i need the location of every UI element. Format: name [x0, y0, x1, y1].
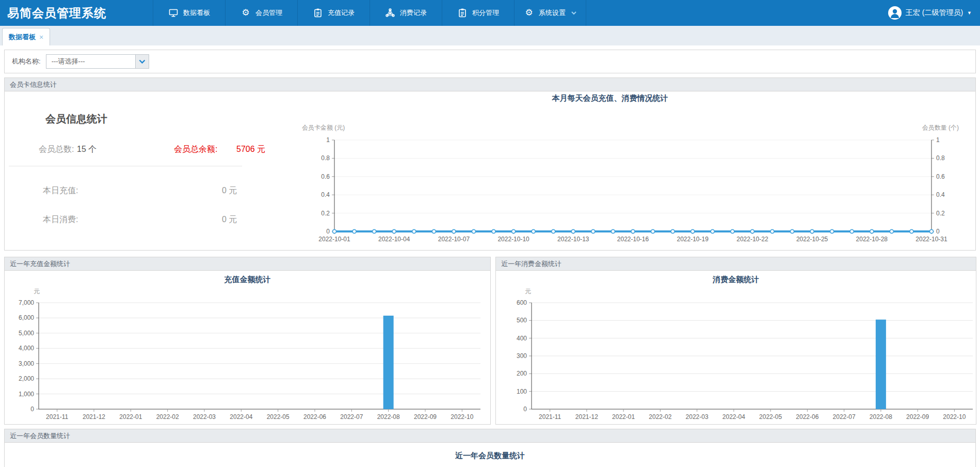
- menu-item-settings[interactable]: ⚙ 系统设置: [514, 0, 586, 26]
- top-navbar: 易简会员管理系统 数据看板 ⚙ 会员管理 充值记录 消费记录: [0, 0, 980, 26]
- panel-header: 近一年充值金额统计: [5, 257, 490, 271]
- user-name: 王宏 (二级管理员): [906, 8, 963, 18]
- menu-item-members[interactable]: ⚙ 会员管理: [225, 0, 297, 26]
- org-name-label: 机构名称:: [12, 57, 41, 66]
- svg-text:5,000: 5,000: [19, 330, 34, 337]
- svg-text:0.6: 0.6: [321, 173, 330, 180]
- svg-text:2022-08: 2022-08: [377, 413, 400, 421]
- svg-text:2022-03: 2022-03: [193, 413, 216, 421]
- recharge-bar-chart-canvas: 01,0002,0003,0004,0005,0006,0007,0002021…: [5, 271, 490, 424]
- member-stats-heading: 会员信息统计: [45, 112, 107, 126]
- svg-text:0.2: 0.2: [321, 210, 330, 217]
- svg-text:1,000: 1,000: [19, 391, 34, 398]
- svg-text:2022-06: 2022-06: [303, 413, 326, 421]
- gear-icon: ⚙: [240, 8, 251, 18]
- menu-item-consume-records[interactable]: 消费记录: [369, 0, 442, 26]
- svg-text:0.6: 0.6: [936, 173, 945, 180]
- svg-text:2022-10-25: 2022-10-25: [796, 236, 828, 243]
- menu-label: 数据看板: [183, 8, 210, 18]
- svg-text:2021-11: 2021-11: [46, 413, 68, 421]
- svg-text:0.8: 0.8: [936, 154, 945, 162]
- svg-text:2022-10-04: 2022-10-04: [378, 236, 410, 243]
- menu-label: 充值记录: [328, 8, 355, 18]
- svg-text:2022-10: 2022-10: [451, 413, 473, 421]
- svg-text:7,000: 7,000: [19, 299, 34, 306]
- yearly-consume-panel: 近一年消费金额统计 消费金额统计 元 010020030040050060020…: [495, 257, 976, 425]
- user-menu[interactable]: 王宏 (二级管理员) ▼: [888, 6, 980, 20]
- panel-header: 会员卡信息统计: [5, 78, 975, 91]
- svg-text:2022-10-10: 2022-10-10: [497, 236, 529, 243]
- panel-header: 近一年会员数量统计: [5, 429, 975, 443]
- panel-body: 近一年会员数量统计: [5, 443, 975, 467]
- svg-text:2022-10-28: 2022-10-28: [856, 236, 888, 243]
- svg-text:2022-04: 2022-04: [230, 413, 252, 421]
- svg-text:2022-05: 2022-05: [267, 413, 290, 421]
- menu-label: 消费记录: [400, 8, 427, 18]
- panel-body: 会员信息统计 会员总数: 15 个 会员总余额: 5706 元 本日充值: 0 …: [5, 91, 975, 251]
- tab-bar: 数据看板 ×: [0, 26, 980, 45]
- panel-header: 近一年消费金额统计: [496, 257, 976, 271]
- svg-text:0.8: 0.8: [321, 154, 330, 162]
- today-recharge-value: 0 元: [222, 185, 237, 196]
- svg-text:2022-02: 2022-02: [156, 413, 179, 421]
- svg-text:2022-09: 2022-09: [906, 413, 929, 421]
- menu-item-points[interactable]: 积分管理: [442, 0, 514, 26]
- tab-dashboard[interactable]: 数据看板 ×: [2, 28, 50, 45]
- org-select-value: ---请选择---: [52, 57, 85, 66]
- svg-text:2022-10: 2022-10: [943, 413, 966, 421]
- svg-text:0: 0: [30, 406, 34, 413]
- svg-text:0.4: 0.4: [936, 191, 945, 198]
- svg-text:1: 1: [326, 136, 330, 144]
- svg-text:2,000: 2,000: [19, 375, 34, 382]
- svg-text:2022-10-19: 2022-10-19: [677, 236, 709, 243]
- yearly-member-count-panel: 近一年会员数量统计 近一年会员数量统计: [4, 429, 976, 467]
- app-title: 易简会员管理系统: [0, 5, 117, 21]
- svg-text:0.2: 0.2: [936, 210, 945, 217]
- svg-text:2021-11: 2021-11: [539, 413, 561, 421]
- panel-body: 充值金额统计 元 01,0002,0003,0004,0005,0006,000…: [5, 271, 490, 424]
- share-network-icon: [385, 8, 395, 18]
- svg-text:400: 400: [517, 335, 527, 342]
- close-icon[interactable]: ×: [39, 33, 43, 41]
- svg-text:0: 0: [523, 406, 527, 413]
- line-chart-canvas: 000.20.20.40.40.60.60.80.8112022-10-0120…: [248, 94, 972, 248]
- svg-text:6,000: 6,000: [19, 314, 34, 321]
- avatar: [888, 6, 902, 20]
- svg-text:200: 200: [517, 370, 527, 377]
- svg-text:0: 0: [936, 228, 940, 235]
- svg-text:2022-09: 2022-09: [414, 413, 437, 421]
- svg-text:2022-06: 2022-06: [796, 413, 818, 421]
- daily-recharge-consume-chart: 本月每天会员充值、消费情况统计 会员卡金额 (元) 会员数量 (个) 000.2…: [248, 94, 972, 248]
- svg-text:2022-04: 2022-04: [722, 413, 745, 421]
- clipboard-icon: [457, 8, 468, 18]
- svg-text:2022-07: 2022-07: [833, 413, 856, 421]
- menu-item-recharge-records[interactable]: 充值记录: [297, 0, 369, 26]
- org-select[interactable]: ---请选择---: [46, 54, 149, 69]
- svg-text:0: 0: [326, 228, 330, 235]
- caret-down-icon: ▼: [967, 10, 972, 15]
- chart-title: 近一年会员数量统计: [5, 451, 975, 461]
- today-consume-value: 0 元: [222, 214, 237, 225]
- select-dropdown-button[interactable]: [135, 55, 149, 68]
- svg-text:2021-12: 2021-12: [575, 413, 598, 421]
- svg-text:2021-12: 2021-12: [83, 413, 105, 421]
- yearly-recharge-panel: 近一年充值金额统计 充值金额统计 元 01,0002,0003,0004,000…: [4, 257, 491, 425]
- chevron-down-icon: [571, 11, 576, 15]
- svg-text:2022-07: 2022-07: [340, 413, 363, 421]
- filter-card: 机构名称: ---请选择---: [4, 50, 976, 73]
- menu-label: 积分管理: [472, 8, 499, 18]
- chevron-down-icon: [139, 59, 146, 64]
- tab-label: 数据看板: [9, 33, 36, 42]
- monitor-icon: [168, 8, 179, 18]
- consume-bar-chart-canvas: 01002003004005006002021-112021-122022-01…: [496, 271, 976, 424]
- svg-text:0.4: 0.4: [321, 191, 330, 198]
- svg-text:3,000: 3,000: [19, 360, 34, 367]
- menu-item-dashboard[interactable]: 数据看板: [153, 0, 225, 26]
- svg-text:2022-02: 2022-02: [649, 413, 671, 421]
- divider: [9, 166, 242, 166]
- svg-text:2022-01: 2022-01: [119, 413, 142, 421]
- clipboard-icon: [313, 8, 323, 18]
- member-total-label: 会员总数:: [39, 144, 74, 155]
- today-recharge-label: 本日充值:: [43, 185, 78, 196]
- svg-text:600: 600: [517, 299, 527, 306]
